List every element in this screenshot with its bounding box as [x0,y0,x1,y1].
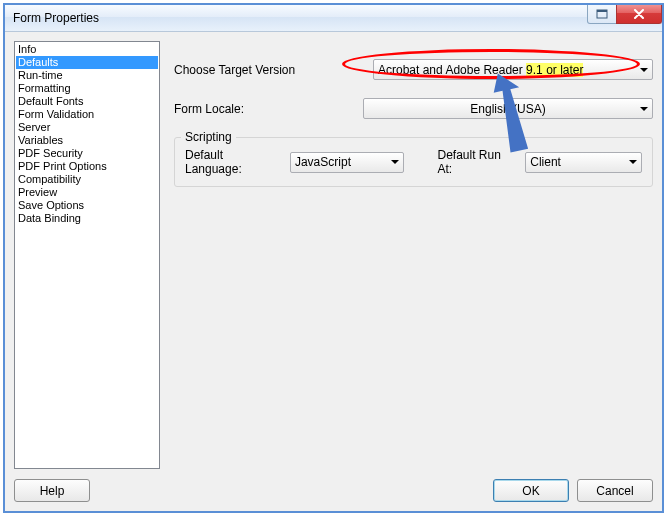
sidebar-item-variables[interactable]: Variables [16,134,158,147]
sidebar-item-preview[interactable]: Preview [16,186,158,199]
help-button[interactable]: Help [14,479,90,502]
scripting-group: Scripting Default Language: JavaScript D… [174,137,653,187]
chevron-down-icon [629,160,637,164]
cancel-button[interactable]: Cancel [577,479,653,502]
dialog-buttons: Help OK Cancel [14,469,653,502]
close-button[interactable] [616,5,662,24]
ok-button[interactable]: OK [493,479,569,502]
sidebar-item-formatting[interactable]: Formatting [16,82,158,95]
sidebar-item-compatibility[interactable]: Compatibility [16,173,158,186]
chevron-down-icon [391,160,399,164]
window-controls [588,5,662,24]
sidebar-item-defaults[interactable]: Defaults [16,56,158,69]
form-locale-dropdown[interactable]: English (USA) [363,98,653,119]
sidebar-item-form-validation[interactable]: Form Validation [16,108,158,121]
target-version-value-highlight: 9.1 or later [526,63,583,77]
chevron-down-icon [640,107,648,111]
dialog-window: Form Properties Info Defaults Run-time F… [3,3,664,513]
sidebar-item-pdf-security[interactable]: PDF Security [16,147,158,160]
chevron-down-icon [640,68,648,72]
sidebar-item-info[interactable]: Info [16,43,158,56]
dialog-body: Info Defaults Run-time Formatting Defaul… [5,32,662,511]
default-language-dropdown[interactable]: JavaScript [290,152,404,173]
category-list[interactable]: Info Defaults Run-time Formatting Defaul… [14,41,160,469]
sidebar-item-save-options[interactable]: Save Options [16,199,158,212]
form-locale-value: English (USA) [368,102,648,116]
svg-rect-1 [597,10,607,12]
default-run-at-value: Client [530,155,561,169]
titlebar: Form Properties [5,5,662,32]
window-title: Form Properties [13,11,99,25]
sidebar-item-server[interactable]: Server [16,121,158,134]
default-language-label: Default Language: [185,148,282,176]
sidebar-item-pdf-print[interactable]: PDF Print Options [16,160,158,173]
sidebar-item-runtime[interactable]: Run-time [16,69,158,82]
maximize-button[interactable] [587,5,617,24]
default-run-at-dropdown[interactable]: Client [525,152,642,173]
target-version-label: Choose Target Version [174,63,295,77]
scripting-legend: Scripting [181,130,236,144]
sidebar-item-data-binding[interactable]: Data Binding [16,212,158,225]
target-version-dropdown[interactable]: Acrobat and Adobe Reader 9.1 or later [373,59,653,80]
form-locale-label: Form Locale: [174,102,244,116]
settings-pane: Choose Target Version Acrobat and Adobe … [174,41,653,469]
default-run-at-label: Default Run At: [437,148,517,176]
target-version-value-part1: Acrobat and Adobe Reader [378,63,526,77]
default-language-value: JavaScript [295,155,351,169]
sidebar-item-default-fonts[interactable]: Default Fonts [16,95,158,108]
